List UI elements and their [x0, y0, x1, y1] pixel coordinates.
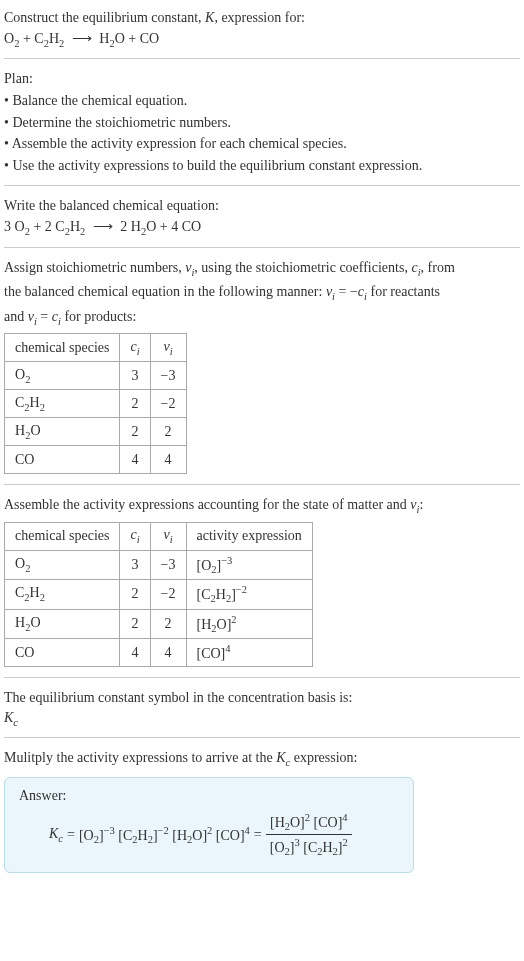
assign-text-3: and νi = ci for products: — [4, 307, 520, 329]
cell-activity: [C2H2]−2 — [186, 580, 312, 609]
table-row: CO 4 4 [CO]4 — [5, 639, 313, 667]
table-row: O2 3 −3 — [5, 362, 187, 390]
assemble-section: Assemble the activity expressions accoun… — [4, 495, 520, 667]
cell-ci: 4 — [120, 639, 150, 667]
intro-text: Construct the equilibrium constant, K, e… — [4, 8, 520, 28]
intro-text-1: Construct the equilibrium constant, — [4, 10, 205, 25]
cell-nui: −2 — [150, 580, 186, 609]
header-activity: activity expression — [186, 522, 312, 550]
plus: + — [30, 219, 45, 234]
cell-nui: −3 — [150, 362, 186, 390]
term-co: 4 CO — [171, 219, 201, 234]
equals: = — [67, 827, 75, 843]
assign-text-1: Assign stoichiometric numbers, νi, using… — [4, 258, 520, 280]
flat-expr: [O2]−3 [C2H2]−2 [H2O]2 [CO]4 — [79, 825, 250, 845]
cell-nui: 4 — [150, 446, 186, 474]
table-row: C2H2 2 −2 — [5, 390, 187, 418]
balanced-title: Write the balanced chemical equation: — [4, 196, 520, 216]
multiply-text: Mulitply the activity expressions to arr… — [4, 748, 520, 770]
cell-ci: 2 — [120, 390, 150, 418]
symbol-section: The equilibrium constant symbol in the c… — [4, 688, 520, 727]
assign-text-2: the balanced chemical equation in the fo… — [4, 282, 520, 304]
cell-species: CO — [5, 639, 120, 667]
cell-ci: 2 — [120, 418, 150, 446]
cell-ci: 2 — [120, 609, 150, 638]
header-ci: ci — [120, 522, 150, 550]
cell-activity: [H2O]2 — [186, 609, 312, 638]
cell-species: CO — [5, 446, 120, 474]
term-h2o: 2 H2O — [120, 219, 156, 234]
intro-equation: O2 + C2H2 ⟶ H2O + CO — [4, 30, 520, 49]
header-species: chemical species — [5, 334, 120, 362]
answer-box: Answer: Kc = [O2]−3 [C2H2]−2 [H2O]2 [CO]… — [4, 777, 414, 873]
header-nui: νi — [150, 334, 186, 362]
cell-species: C2H2 — [5, 580, 120, 609]
divider — [4, 247, 520, 248]
arrow-icon: ⟶ — [72, 30, 92, 47]
assemble-text: Assemble the activity expressions accoun… — [4, 495, 520, 517]
header-nui: νi — [150, 522, 186, 550]
intro-section: Construct the equilibrium constant, K, e… — [4, 8, 520, 48]
divider — [4, 677, 520, 678]
divider — [4, 185, 520, 186]
cell-species: H2O — [5, 609, 120, 638]
table-row: chemical species ci νi — [5, 334, 187, 362]
species-co: CO — [140, 31, 159, 46]
cell-nui: −3 — [150, 550, 186, 579]
kc-expression: Kc = [O2]−3 [C2H2]−2 [H2O]2 [CO]4 = [H2O… — [19, 812, 399, 858]
cell-activity: [O2]−3 — [186, 550, 312, 579]
divider — [4, 737, 520, 738]
cell-species: O2 — [5, 362, 120, 390]
cell-ci: 3 — [120, 362, 150, 390]
balanced-equation: 3 O2 + 2 C2H2 ⟶ 2 H2O + 4 CO — [4, 218, 520, 237]
symbol-text: The equilibrium constant symbol in the c… — [4, 688, 520, 708]
header-species: chemical species — [5, 522, 120, 550]
multiply-section: Mulitply the activity expressions to arr… — [4, 748, 520, 872]
activity-table: chemical species ci νi activity expressi… — [4, 522, 313, 667]
cell-nui: 2 — [150, 418, 186, 446]
equals: = — [254, 827, 262, 843]
balanced-section: Write the balanced chemical equation: 3 … — [4, 196, 520, 236]
plus: + — [156, 219, 171, 234]
plan-section: Plan: • Balance the chemical equation. •… — [4, 69, 520, 175]
cell-nui: 2 — [150, 609, 186, 638]
divider — [4, 484, 520, 485]
species-h2o: H2O — [99, 31, 125, 46]
cell-ci: 2 — [120, 580, 150, 609]
intro-text-2: , expression for: — [214, 10, 305, 25]
intro-k: K — [205, 10, 214, 25]
cell-ci: 4 — [120, 446, 150, 474]
cell-species: O2 — [5, 550, 120, 579]
kc-lhs: Kc — [49, 826, 63, 844]
plan-bullet-2: • Determine the stoichiometric numbers. — [4, 113, 520, 133]
term-c2h2: 2 C2H2 — [45, 219, 85, 234]
table-row: chemical species ci νi activity expressi… — [5, 522, 313, 550]
plan-bullet-4: • Use the activity expressions to build … — [4, 156, 520, 176]
cell-activity: [CO]4 — [186, 639, 312, 667]
answer-label: Answer: — [19, 788, 399, 804]
plan-title: Plan: — [4, 69, 520, 89]
table-row: C2H2 2 −2 [C2H2]−2 — [5, 580, 313, 609]
term-o2: 3 O2 — [4, 219, 30, 234]
species-c2h2: C2H2 — [34, 31, 64, 46]
denominator: [O2]3 [C2H2]2 — [266, 834, 352, 857]
table-row: CO 4 4 — [5, 446, 187, 474]
arrow-icon: ⟶ — [93, 218, 113, 235]
cell-species: H2O — [5, 418, 120, 446]
fraction: [H2O]2 [CO]4 [O2]3 [C2H2]2 — [266, 812, 352, 858]
plus: + — [19, 31, 34, 46]
species-o2: O2 — [4, 31, 19, 46]
cell-ci: 3 — [120, 550, 150, 579]
plan-bullet-3: • Assemble the activity expression for e… — [4, 134, 520, 154]
cell-nui: 4 — [150, 639, 186, 667]
cell-species: C2H2 — [5, 390, 120, 418]
assign-section: Assign stoichiometric numbers, νi, using… — [4, 258, 520, 474]
header-ci: ci — [120, 334, 150, 362]
kc-symbol: Kc — [4, 710, 520, 728]
cell-nui: −2 — [150, 390, 186, 418]
numerator: [H2O]2 [CO]4 — [266, 812, 352, 834]
table-row: H2O 2 2 — [5, 418, 187, 446]
divider — [4, 58, 520, 59]
plan-bullet-1: • Balance the chemical equation. — [4, 91, 520, 111]
stoich-table: chemical species ci νi O2 3 −3 C2H2 2 −2… — [4, 333, 187, 474]
